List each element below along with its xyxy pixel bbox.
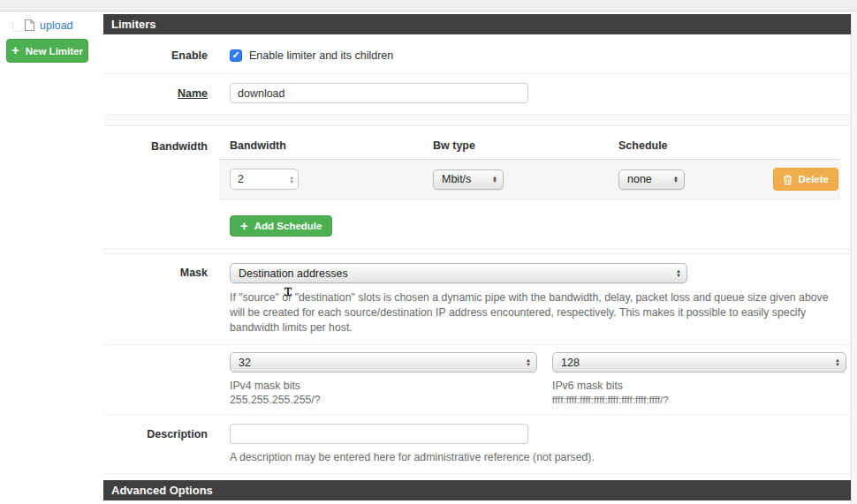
ipv4-mask-value: 32 (239, 357, 251, 369)
mask-label: Mask (103, 263, 230, 335)
tree-item-label: upload (40, 19, 73, 32)
trash-icon (783, 174, 793, 185)
schedule-value: none (627, 173, 652, 185)
select-arrows-icon: ▲▼ (835, 358, 840, 366)
scrollbar-track[interactable] (851, 12, 857, 504)
select-arrows-icon: ▲▼ (492, 176, 497, 184)
tree-item-upload[interactable]: upload (24, 19, 103, 32)
select-arrows-icon: ▲▼ (676, 269, 681, 277)
name-input[interactable] (230, 83, 528, 103)
enable-checkbox-label[interactable]: Enable limiter and its children (249, 49, 393, 62)
select-arrows-icon: ▲▼ (673, 176, 679, 184)
delay-row: Delay (ms) In most cases, zero (0) shoul… (103, 500, 851, 504)
ipv4-mask-select[interactable]: 32 ▲▼ (230, 352, 537, 372)
enable-row: Enable Enable limiter and its children (103, 34, 851, 74)
delete-bandwidth-button[interactable]: Delete (773, 168, 838, 191)
mask-value: Destination addresses (239, 267, 348, 280)
ipv6-mask-help: IPv6 mask bits ffff:ffff:ffff:ffff:ffff:… (552, 379, 846, 407)
ipv6-mask-value: 128 (561, 357, 580, 369)
mask-select[interactable]: Destination addresses ▲▼ (230, 263, 687, 283)
select-arrows-icon: ▲▼ (526, 358, 531, 366)
bandwidth-label: Bandwidth (103, 126, 230, 237)
plus-icon: + (11, 43, 19, 56)
new-limiter-label: New Limiter (26, 46, 83, 56)
mask-help-text: If "source" or "destination" slots is ch… (230, 290, 840, 335)
bandwidth-section: Bandwidth Bandwidth Bw type Schedule 2 ▴… (103, 126, 851, 249)
number-stepper-icon[interactable]: ▴▾ (290, 175, 293, 184)
limiter-tree-sidebar: upload + New Limiter (0, 12, 103, 32)
bandwidth-value: 2 (238, 173, 244, 185)
plus-icon: + (240, 219, 248, 232)
enable-label: Enable (103, 49, 230, 62)
panel-title: Limiters (103, 14, 851, 34)
new-limiter-button[interactable]: + New Limiter (6, 39, 88, 63)
name-label: Name (178, 87, 208, 100)
column-header-schedule: Schedule (618, 139, 840, 152)
bandwidth-value-input[interactable]: 2 ▴▾ (230, 169, 299, 190)
enable-checkbox[interactable] (230, 49, 242, 62)
bw-type-select[interactable]: Mbit/s ▲▼ (433, 169, 504, 190)
bandwidth-table-row: 2 ▴▾ Mbit/s ▲▼ none ▲▼ (219, 159, 840, 199)
mask-bits-row: 32 ▲▼ IPv4 mask bits 255.255.255.255/? 1… (103, 345, 851, 415)
bandwidth-table-header: Bandwidth Bw type Schedule (230, 126, 840, 159)
add-schedule-button[interactable]: + Add Schedule (230, 215, 332, 237)
browser-chrome-strip (0, 0, 857, 11)
tree-guide-line (12, 23, 22, 32)
name-row: Name (103, 74, 851, 115)
file-icon (24, 19, 35, 32)
column-header-bandwidth: Bandwidth (230, 139, 433, 152)
advanced-options-title: Advanced Options (103, 480, 851, 500)
description-help-text: A description may be entered here for ad… (230, 451, 840, 463)
ipv6-mask-select[interactable]: 128 ▲▼ (552, 352, 846, 372)
description-row: Description A description may be entered… (103, 415, 851, 474)
limiters-panel: Limiters Enable Enable limiter and its c… (103, 14, 851, 504)
description-label: Description (103, 424, 230, 463)
description-input[interactable] (230, 424, 528, 444)
bw-type-value: Mbit/s (442, 173, 471, 185)
mask-row: Mask Destination addresses ▲▼ If "source… (103, 254, 851, 345)
ipv4-mask-help: IPv4 mask bits 255.255.255.255/? (230, 379, 537, 407)
schedule-select[interactable]: none ▲▼ (618, 169, 685, 190)
column-header-bw-type: Bw type (433, 139, 618, 152)
section-spacer (103, 115, 851, 126)
delete-button-label: Delete (798, 174, 829, 184)
add-schedule-label: Add Schedule (254, 221, 322, 231)
